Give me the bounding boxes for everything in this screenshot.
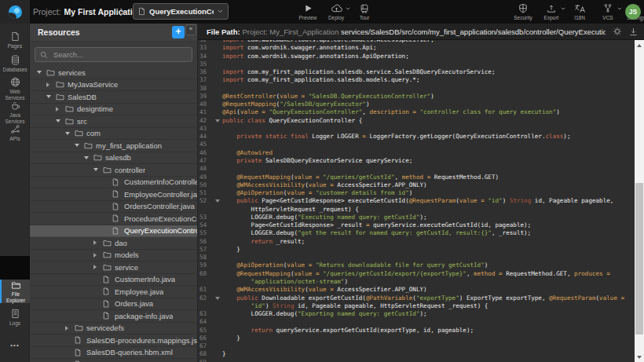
expand-arrow-icon[interactable] [75,144,84,147]
resources-panel: Resources + « servicesMyJavaServiceSales… [30,24,198,362]
tree-item[interactable]: CustomerInfoController.java [30,177,197,189]
scroll-up-arrow-icon[interactable] [637,44,642,47]
fold-gutter [214,318,222,326]
tree-item[interactable]: models [30,250,197,262]
tree-item[interactable]: services [30,67,197,79]
tree-item-label: services [58,68,86,77]
expand-arrow-icon[interactable] [37,71,46,74]
tree-item-label: package-info.java [115,312,173,320]
fold-gutter [214,76,222,84]
fold-gutter [214,157,222,165]
expand-arrow-icon[interactable] [56,119,65,122]
line-number: 46 [198,149,214,157]
sidebar-item-databases[interactable]: Databases [0,53,30,75]
tree-item[interactable]: controller [30,164,197,177]
tree-item[interactable]: SalesDB-queries.hbm.xml [30,347,197,360]
tree-item[interactable]: ProcedureExecutionController.java [30,213,197,225]
tree-item[interactable]: EmployeeController.java [30,188,197,201]
tree-item[interactable]: SalesDB [30,91,197,104]
code-text: @ApiOperation(value = "Returns downloada… [222,261,488,269]
editor-settings-gear-icon[interactable] [613,27,622,36]
code-text: private SalesDBQueryExecutorService quer… [222,157,412,165]
tree-item[interactable]: service [30,261,197,274]
folder-icon [75,130,86,137]
tree-item-label: dao [115,239,127,247]
expand-arrow-icon[interactable] [65,132,75,135]
scrollbar-thumb[interactable] [635,183,643,335]
topbar-deploy-button[interactable]: Deploy [322,0,350,24]
collapse-arrow-icon[interactable] [65,326,75,331]
tree-item[interactable]: SalesDB.properties [30,359,197,362]
tree-item[interactable]: Orders.java [30,298,197,311]
fold-marker-icon[interactable] [214,294,222,302]
topbar-vcs-button[interactable]: VCS [594,0,622,24]
fold-marker-icon[interactable] [214,117,222,125]
code-editor[interactable]: 32import com.wavemaker.tools.api.core.mo… [198,40,635,362]
folder-icon [65,105,77,112]
open-file-dropdown[interactable]: QueryExecutionCon... [133,3,229,20]
topbar-i18n-button[interactable]: I18N [565,0,594,24]
collapse-arrow-icon[interactable] [93,265,103,269]
collapse-arrow-icon[interactable] [46,82,56,87]
sidebar-item-apis[interactable]: APIs [0,122,30,144]
tree-item[interactable]: MyJavaService [30,79,197,92]
sidebar-item-java-services[interactable]: Java Services [0,99,30,126]
add-resource-button[interactable]: + [172,26,185,38]
tree-item-label: servicedefs [86,324,124,332]
tree-item[interactable]: QueryExecutionController.java [30,225,197,238]
tree-item[interactable]: package-info.java [30,310,197,323]
code-line: 55 LOGGER.debug("got the result for name… [198,229,635,237]
tree-item[interactable]: my_first_application [30,140,197,152]
tree-item[interactable]: servicedefs [30,323,197,335]
line-number: 58 [198,254,214,261]
collapse-arrow-icon[interactable] [56,107,65,112]
tree-item[interactable]: CustomerInfo.java [30,274,197,287]
folder-icon [103,264,115,271]
sidebar-item-file-explorer[interactable]: File Explorer [0,280,30,303]
search-box[interactable] [35,47,192,62]
code-line: 52 public Page<GetCustIdResponse> execut… [198,197,635,205]
topbar-tour-button[interactable]: Tour [350,0,379,24]
line-number: 39 [198,93,214,101]
app-logo[interactable] [0,0,30,24]
search-input[interactable] [52,49,187,60]
scroll-down-arrow-icon[interactable] [637,356,642,359]
line-number: 40 [198,101,214,108]
code-line: 50 @WMAccessVisibility(value = AccessSpe… [198,181,635,189]
expand-arrow-icon[interactable] [84,156,93,159]
tree-item[interactable]: src [30,115,197,128]
sidebar-item-more[interactable]: ••• [0,339,30,350]
tree-item[interactable]: SalesDB-procedures.mappings.json [30,335,197,347]
line-number: 33 [198,44,214,52]
topbar-preview-button[interactable]: Preview [294,0,322,24]
tree-item[interactable]: Employee.java [30,286,197,298]
collapse-panel-button[interactable]: « [185,24,196,35]
expand-arrow-icon[interactable] [93,168,103,171]
project-label: Project: [33,7,61,16]
topbar-security-button[interactable]: Security [509,0,537,24]
sidebar-item-logs[interactable]: Logs [0,307,30,328]
tree-item[interactable]: com [30,128,197,141]
code-text: import com.my_first_application.salesdb.… [222,76,419,84]
tour-label: Tour [360,15,370,20]
tree-item[interactable]: salesdb [30,152,197,165]
sidebar-item-pages[interactable]: Pages [0,30,30,51]
code-text: return _result; [222,238,305,246]
expand-arrow-icon[interactable] [46,95,56,98]
fold-marker-icon[interactable] [214,197,222,205]
topbar-export-button[interactable]: Export [537,0,565,24]
editor-scrollbar[interactable] [635,40,644,362]
collapse-arrow-icon[interactable] [93,240,103,245]
sidebar-item-web-services[interactable]: Web Services [0,75,30,102]
download-file-icon[interactable] [629,27,638,36]
collapse-arrow-icon[interactable] [93,253,103,258]
user-avatar[interactable]: JS [625,4,641,20]
line-number: 50 [198,181,214,189]
deploy-label: Deploy [328,15,344,20]
code-line: 67 [198,342,635,350]
tree-item[interactable]: OrdersController.java [30,201,197,214]
tree-item[interactable]: designtime [30,104,197,116]
code-line: HttpServletRequest _request) { [198,206,635,214]
code-text: } [222,335,240,342]
tree-item[interactable]: dao [30,237,197,250]
